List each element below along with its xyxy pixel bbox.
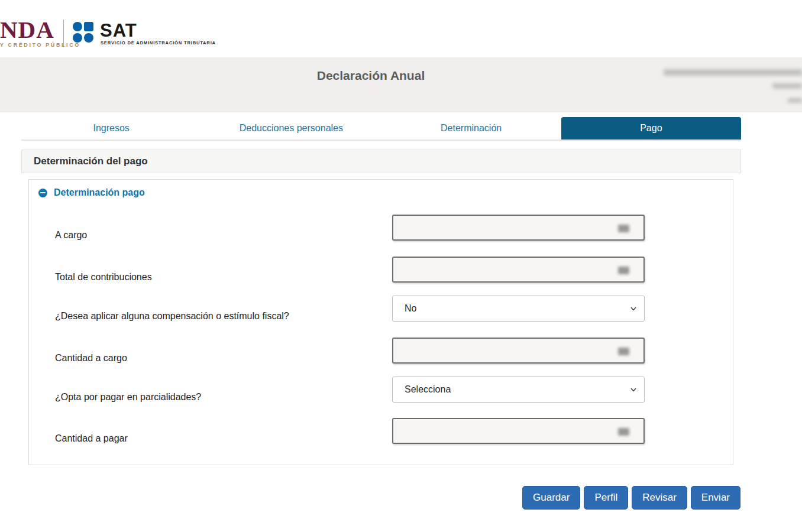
section-header: Determinación del pago bbox=[21, 150, 741, 173]
minus-circle-icon[interactable] bbox=[38, 189, 47, 197]
determinacion-pago-panel: Determinación pago A cargo Total de cont… bbox=[28, 179, 733, 465]
tab-pago[interactable]: Pago bbox=[561, 117, 741, 140]
redacted-user-rfc bbox=[772, 83, 802, 89]
cantidad-a-cargo-input[interactable] bbox=[392, 338, 645, 364]
hacienda-subtext: Y CRÉDITO PÚBLICO bbox=[0, 42, 80, 48]
panel-collapse-header[interactable]: Determinación pago bbox=[38, 187, 145, 198]
total-contribuciones-label: Total de contribuciones bbox=[55, 272, 386, 283]
parcialidades-select[interactable]: Selecciona bbox=[392, 377, 645, 403]
sat-logo-dot bbox=[73, 33, 82, 43]
guardar-button[interactable]: Guardar bbox=[522, 486, 580, 510]
sat-logo-square bbox=[84, 22, 93, 31]
tab-determinacion[interactable]: Determinación bbox=[381, 117, 561, 140]
hacienda-logo: NDA Y CRÉDITO PÚBLICO bbox=[0, 18, 80, 48]
tab-ingresos[interactable]: Ingresos bbox=[21, 117, 201, 140]
sat-subtext: SERVICIO DE ADMINISTRACIÓN TRIBUTARIA bbox=[101, 40, 216, 46]
redacted-value bbox=[618, 428, 629, 436]
page-title: Declaración Anual bbox=[0, 69, 742, 83]
tab-deducciones-personales[interactable]: Deducciones personales bbox=[201, 117, 381, 140]
a-cargo-label: A cargo bbox=[55, 230, 386, 241]
sat-logo-icon bbox=[73, 22, 94, 43]
compensacion-label: ¿Desea aplicar alguna compensación o est… bbox=[55, 311, 386, 322]
a-cargo-input[interactable] bbox=[392, 215, 645, 241]
redacted-value bbox=[618, 267, 629, 274]
total-contribuciones-input[interactable] bbox=[392, 257, 645, 283]
panel-title: Determinación pago bbox=[54, 187, 145, 198]
revisar-button[interactable]: Revisar bbox=[632, 486, 687, 510]
logo-divider bbox=[63, 20, 64, 47]
perfil-button[interactable]: Perfil bbox=[584, 486, 628, 510]
chevron-down-icon bbox=[630, 305, 637, 312]
sat-logo-dot bbox=[73, 22, 82, 31]
cantidad-a-pagar-input[interactable] bbox=[392, 418, 645, 444]
redacted-value bbox=[618, 225, 629, 232]
cantidad-a-cargo-label: Cantidad a cargo bbox=[55, 353, 386, 364]
redacted-value bbox=[618, 348, 629, 355]
declaracion-anual-page: NDA Y CRÉDITO PÚBLICO SAT SERVICIO DE AD… bbox=[0, 0, 802, 532]
sat-wordmark: SAT bbox=[100, 20, 137, 41]
enviar-button[interactable]: Enviar bbox=[691, 486, 740, 510]
cantidad-a-pagar-label: Cantidad a pagar bbox=[55, 433, 386, 444]
hacienda-wordmark: NDA bbox=[0, 18, 80, 41]
title-band: Declaración Anual bbox=[0, 57, 802, 112]
sat-logo-dot bbox=[84, 33, 93, 43]
redacted-user-info bbox=[788, 98, 802, 103]
redacted-user-name bbox=[664, 69, 802, 76]
tab-bar: Ingresos Deducciones personales Determin… bbox=[21, 117, 741, 141]
section-title: Determinación del pago bbox=[34, 155, 148, 167]
action-button-row: Guardar Perfil Revisar Enviar bbox=[522, 486, 740, 510]
logo-header: NDA Y CRÉDITO PÚBLICO SAT SERVICIO DE AD… bbox=[0, 0, 802, 57]
compensacion-select[interactable]: No bbox=[392, 296, 645, 322]
chevron-down-icon bbox=[630, 386, 637, 393]
compensacion-selected-value: No bbox=[405, 303, 416, 314]
parcialidades-selected-value: Selecciona bbox=[405, 384, 451, 395]
parcialidades-label: ¿Opta por pagar en parcialidades? bbox=[55, 392, 386, 403]
